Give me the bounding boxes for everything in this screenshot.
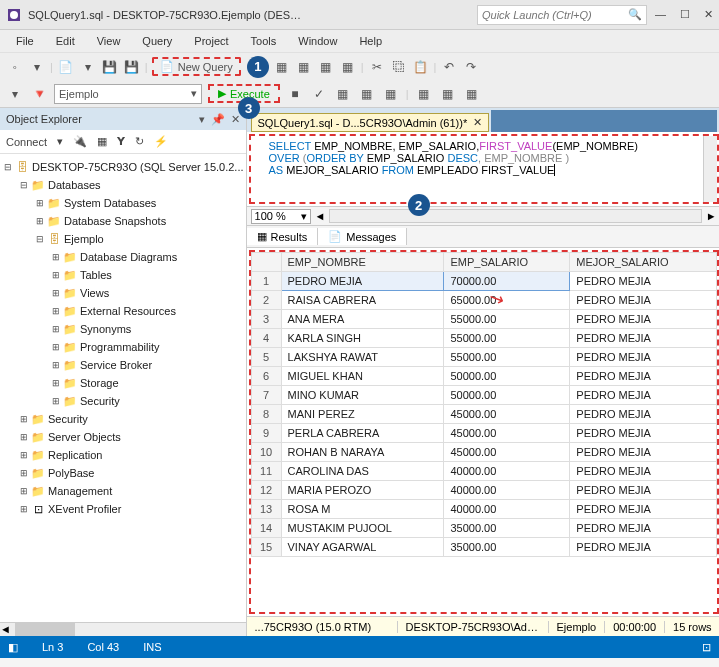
cell-nombre[interactable]: MIGUEL KHAN [281, 367, 444, 386]
menu-project[interactable]: Project [184, 33, 238, 49]
sql-editor[interactable]: SELECT EMP_NOMBRE, EMP_SALARIO,FIRST_VAL… [249, 134, 719, 204]
rownum-cell[interactable]: 1 [251, 272, 281, 291]
rownum-cell[interactable]: 7 [251, 386, 281, 405]
connect-icon1[interactable]: 🔌 [73, 135, 87, 148]
newproj-icon[interactable]: 📄 [57, 58, 75, 76]
rownum-cell[interactable]: 2 [251, 291, 281, 310]
menu-edit[interactable]: Edit [46, 33, 85, 49]
cell-nombre[interactable]: MARIA PEROZO [281, 481, 444, 500]
zoom-right-icon[interactable]: ► [706, 210, 717, 222]
parse-icon[interactable]: ✓ [310, 85, 328, 103]
database-combo[interactable]: Ejemplo ▾ [54, 84, 202, 104]
object-tree[interactable]: ⊟🗄DESKTOP-75CR93O (SQL Server 15.0.2... … [0, 154, 246, 622]
table-row[interactable]: 8MANI PEREZ45000.00PEDRO MEJIA [251, 405, 716, 424]
close-panel-icon[interactable]: ✕ [231, 113, 240, 126]
redo-icon[interactable]: ↷ [462, 58, 480, 76]
cell-nombre[interactable]: VINAY AGARWAL [281, 538, 444, 557]
cell-nombre[interactable]: ROSA M [281, 500, 444, 519]
fwd-icon[interactable]: ▾ [28, 58, 46, 76]
saveall-icon[interactable]: 💾 [123, 58, 141, 76]
rownum-header[interactable] [251, 253, 281, 272]
table-row[interactable]: 7MINO KUMAR50000.00PEDRO MEJIA [251, 386, 716, 405]
rownum-cell[interactable]: 12 [251, 481, 281, 500]
tree-extres[interactable]: External Resources [80, 305, 176, 317]
rownum-cell[interactable]: 4 [251, 329, 281, 348]
cell-salario[interactable]: 65000.00 [444, 291, 570, 310]
cell-salario[interactable]: 55000.00 [444, 310, 570, 329]
table-row[interactable]: 9PERLA CABRERA45000.00PEDRO MEJIA [251, 424, 716, 443]
cell-nombre[interactable]: PERLA CABRERA [281, 424, 444, 443]
connect-icon3[interactable]: 𝗬 [117, 135, 125, 148]
table-row[interactable]: 14MUSTAKIM PUJOOL35000.00PEDRO MEJIA [251, 519, 716, 538]
cell-mejor[interactable]: PEDRO MEJIA [570, 310, 716, 329]
menu-window[interactable]: Window [288, 33, 347, 49]
tree-snap[interactable]: Database Snapshots [64, 215, 166, 227]
tree-syn[interactable]: Synonyms [80, 323, 131, 335]
rownum-cell[interactable]: 8 [251, 405, 281, 424]
cell-salario[interactable]: 40000.00 [444, 462, 570, 481]
cell-salario[interactable]: 55000.00 [444, 329, 570, 348]
tb2-f[interactable]: ▦ [463, 85, 481, 103]
col-empsalario[interactable]: EMP_SALARIO [444, 253, 570, 272]
connect-label[interactable]: Connect [6, 136, 47, 148]
undo-icon[interactable]: ↶ [440, 58, 458, 76]
tab-results[interactable]: ▦Results [247, 228, 319, 245]
copy-icon[interactable]: ⿻ [390, 58, 408, 76]
quick-launch-input[interactable] [482, 9, 612, 21]
filter-icon[interactable]: ⚡ [154, 135, 168, 148]
quick-launch[interactable]: 🔍 [477, 5, 647, 25]
col-mejorsalario[interactable]: MEJOR_SALARIO [570, 253, 716, 272]
tab-close-icon[interactable]: ✕ [473, 116, 482, 129]
table-row[interactable]: 11CAROLINA DAS40000.00PEDRO MEJIA [251, 462, 716, 481]
refresh-icon[interactable]: ↻ [135, 135, 144, 148]
cell-salario[interactable]: 35000.00 [444, 519, 570, 538]
tree-polybase[interactable]: PolyBase [48, 467, 94, 479]
rownum-cell[interactable]: 5 [251, 348, 281, 367]
tb2-b[interactable]: ▦ [358, 85, 376, 103]
table-row[interactable]: 12MARIA PEROZO40000.00PEDRO MEJIA [251, 481, 716, 500]
cell-nombre[interactable]: MINO KUMAR [281, 386, 444, 405]
cell-nombre[interactable]: RAISA CABRERA [281, 291, 444, 310]
tree-ejemplo[interactable]: Ejemplo [64, 233, 104, 245]
cell-nombre[interactable]: KARLA SINGH [281, 329, 444, 348]
menu-tools[interactable]: Tools [241, 33, 287, 49]
tb-icon2[interactable]: ▦ [295, 58, 313, 76]
tree-prog[interactable]: Programmability [80, 341, 159, 353]
rownum-cell[interactable]: 11 [251, 462, 281, 481]
rownum-cell[interactable]: 3 [251, 310, 281, 329]
tree-mgmt[interactable]: Management [48, 485, 112, 497]
tree-srvobj[interactable]: Server Objects [48, 431, 121, 443]
tree-security[interactable]: Security [48, 413, 88, 425]
cell-salario[interactable]: 45000.00 [444, 405, 570, 424]
minimize-button[interactable]: — [655, 8, 666, 21]
tree-diag[interactable]: Database Diagrams [80, 251, 177, 263]
cell-mejor[interactable]: PEDRO MEJIA [570, 272, 716, 291]
tree-sysdb[interactable]: System Databases [64, 197, 156, 209]
cut-icon[interactable]: ✂ [368, 58, 386, 76]
cell-mejor[interactable]: PEDRO MEJIA [570, 386, 716, 405]
cell-nombre[interactable]: PEDRO MEJIA [281, 272, 444, 291]
cell-salario[interactable]: 55000.00 [444, 348, 570, 367]
close-button[interactable]: ✕ [704, 8, 713, 21]
cell-mejor[interactable]: PEDRO MEJIA [570, 367, 716, 386]
cell-nombre[interactable]: MANI PEREZ [281, 405, 444, 424]
tb2-c[interactable]: ▦ [382, 85, 400, 103]
search-icon[interactable]: 🔍 [628, 8, 642, 21]
tab-sqlquery1[interactable]: SQLQuery1.sql - D...5CR93O\Admin (61))* … [251, 113, 490, 132]
table-row[interactable]: 13ROSA M40000.00PEDRO MEJIA [251, 500, 716, 519]
zoom-combo[interactable]: 100 %▾ [251, 209, 311, 224]
paste-icon[interactable]: 📋 [412, 58, 430, 76]
tree-databases[interactable]: Databases [48, 179, 101, 191]
menu-query[interactable]: Query [132, 33, 182, 49]
expand-icon[interactable]: ⊟ [2, 162, 14, 172]
editor-vscroll[interactable] [703, 136, 717, 202]
open-icon[interactable]: ▾ [79, 58, 97, 76]
cell-salario[interactable]: 35000.00 [444, 538, 570, 557]
table-row[interactable]: 4KARLA SINGH55000.00PEDRO MEJIA [251, 329, 716, 348]
rownum-cell[interactable]: 13 [251, 500, 281, 519]
tb2-a[interactable]: ▦ [334, 85, 352, 103]
cell-salario[interactable]: 40000.00 [444, 481, 570, 500]
cell-salario[interactable]: 70000.00 [444, 272, 570, 291]
tree-views[interactable]: Views [80, 287, 109, 299]
maximize-button[interactable]: ☐ [680, 8, 690, 21]
